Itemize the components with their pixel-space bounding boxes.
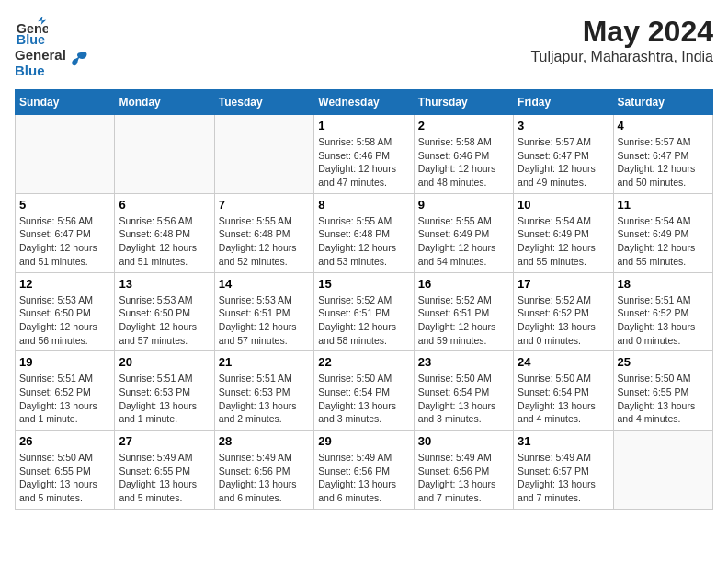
day-cell: 21Sunrise: 5:51 AM Sunset: 6:53 PM Dayli… <box>214 351 313 431</box>
day-info: Sunrise: 5:58 AM Sunset: 6:46 PM Dayligh… <box>418 135 509 190</box>
day-cell: 4Sunrise: 5:57 AM Sunset: 6:47 PM Daylig… <box>613 115 712 194</box>
weekday-header-row: SundayMondayTuesdayWednesdayThursdayFrid… <box>16 90 713 115</box>
logo-icon: General Blue <box>15 15 48 48</box>
day-cell: 6Sunrise: 5:56 AM Sunset: 6:48 PM Daylig… <box>115 193 214 272</box>
day-info: Sunrise: 5:49 AM Sunset: 6:56 PM Dayligh… <box>318 451 409 505</box>
day-number: 29 <box>318 434 409 448</box>
day-number: 14 <box>219 277 310 291</box>
day-number: 8 <box>318 198 409 212</box>
page-header: General Blue General Blue May 2024 Tulja… <box>15 15 713 78</box>
day-number: 10 <box>518 198 609 212</box>
day-info: Sunrise: 5:55 AM Sunset: 6:48 PM Dayligh… <box>318 214 409 269</box>
day-info: Sunrise: 5:49 AM Sunset: 6:57 PM Dayligh… <box>518 451 609 505</box>
weekday-header-wednesday: Wednesday <box>314 90 414 115</box>
day-cell: 1Sunrise: 5:58 AM Sunset: 6:46 PM Daylig… <box>314 115 414 194</box>
day-info: Sunrise: 5:53 AM Sunset: 6:50 PM Dayligh… <box>119 293 210 348</box>
day-info: Sunrise: 5:52 AM Sunset: 6:52 PM Dayligh… <box>518 293 609 348</box>
day-cell: 18Sunrise: 5:51 AM Sunset: 6:52 PM Dayli… <box>613 272 712 351</box>
day-number: 1 <box>318 119 409 132</box>
day-number: 11 <box>618 198 709 212</box>
day-number: 16 <box>418 277 509 291</box>
logo: General Blue General Blue <box>15 15 88 78</box>
day-number: 24 <box>518 355 609 369</box>
day-cell: 17Sunrise: 5:52 AM Sunset: 6:52 PM Dayli… <box>514 272 613 351</box>
day-cell: 13Sunrise: 5:53 AM Sunset: 6:50 PM Dayli… <box>115 272 214 351</box>
day-number: 22 <box>318 355 409 369</box>
day-number: 31 <box>518 434 609 448</box>
day-cell: 23Sunrise: 5:50 AM Sunset: 6:54 PM Dayli… <box>414 351 513 431</box>
day-number: 23 <box>418 355 509 369</box>
day-info: Sunrise: 5:55 AM Sunset: 6:49 PM Dayligh… <box>418 214 509 269</box>
day-number: 3 <box>518 119 609 132</box>
weekday-header-sunday: Sunday <box>16 90 115 115</box>
day-number: 17 <box>518 277 609 291</box>
day-info: Sunrise: 5:54 AM Sunset: 6:49 PM Dayligh… <box>618 214 709 269</box>
week-row-1: 1Sunrise: 5:58 AM Sunset: 6:46 PM Daylig… <box>16 115 713 194</box>
svg-text:Blue: Blue <box>17 32 45 47</box>
day-info: Sunrise: 5:56 AM Sunset: 6:47 PM Dayligh… <box>19 214 110 269</box>
day-cell: 29Sunrise: 5:49 AM Sunset: 6:56 PM Dayli… <box>314 431 414 510</box>
weekday-header-thursday: Thursday <box>414 90 513 115</box>
day-number: 19 <box>19 355 110 369</box>
day-number: 5 <box>19 198 110 212</box>
calendar-table: SundayMondayTuesdayWednesdayThursdayFrid… <box>15 89 713 510</box>
logo-general: General <box>15 48 66 63</box>
day-info: Sunrise: 5:52 AM Sunset: 6:51 PM Dayligh… <box>318 293 409 348</box>
day-cell: 5Sunrise: 5:56 AM Sunset: 6:47 PM Daylig… <box>16 193 115 272</box>
day-info: Sunrise: 5:50 AM Sunset: 6:54 PM Dayligh… <box>418 372 509 426</box>
day-cell: 12Sunrise: 5:53 AM Sunset: 6:50 PM Dayli… <box>16 272 115 351</box>
day-cell <box>214 115 313 194</box>
day-cell: 11Sunrise: 5:54 AM Sunset: 6:49 PM Dayli… <box>613 193 712 272</box>
day-cell: 20Sunrise: 5:51 AM Sunset: 6:53 PM Dayli… <box>115 351 214 431</box>
day-info: Sunrise: 5:49 AM Sunset: 6:55 PM Dayligh… <box>119 451 210 505</box>
day-info: Sunrise: 5:57 AM Sunset: 6:47 PM Dayligh… <box>518 135 609 190</box>
weekday-header-monday: Monday <box>115 90 214 115</box>
day-info: Sunrise: 5:52 AM Sunset: 6:51 PM Dayligh… <box>418 293 509 348</box>
week-row-5: 26Sunrise: 5:50 AM Sunset: 6:55 PM Dayli… <box>16 431 713 510</box>
day-cell <box>16 115 115 194</box>
day-info: Sunrise: 5:50 AM Sunset: 6:54 PM Dayligh… <box>518 372 609 426</box>
day-number: 18 <box>618 277 709 291</box>
day-number: 27 <box>119 434 210 448</box>
day-cell: 7Sunrise: 5:55 AM Sunset: 6:48 PM Daylig… <box>214 193 313 272</box>
day-info: Sunrise: 5:51 AM Sunset: 6:53 PM Dayligh… <box>119 372 210 426</box>
day-info: Sunrise: 5:50 AM Sunset: 6:54 PM Dayligh… <box>318 372 409 426</box>
weekday-header-tuesday: Tuesday <box>214 90 313 115</box>
day-info: Sunrise: 5:53 AM Sunset: 6:50 PM Dayligh… <box>19 293 110 348</box>
day-info: Sunrise: 5:56 AM Sunset: 6:48 PM Dayligh… <box>119 214 210 269</box>
day-number: 21 <box>219 355 310 369</box>
logo-blue: Blue <box>15 63 66 79</box>
day-cell: 30Sunrise: 5:49 AM Sunset: 6:56 PM Dayli… <box>414 431 513 510</box>
day-number: 26 <box>19 434 110 448</box>
day-info: Sunrise: 5:57 AM Sunset: 6:47 PM Dayligh… <box>618 135 709 190</box>
day-info: Sunrise: 5:51 AM Sunset: 6:52 PM Dayligh… <box>618 293 709 348</box>
day-cell: 19Sunrise: 5:51 AM Sunset: 6:52 PM Dayli… <box>16 351 115 431</box>
day-number: 25 <box>618 355 709 369</box>
day-cell: 10Sunrise: 5:54 AM Sunset: 6:49 PM Dayli… <box>514 193 613 272</box>
day-cell: 3Sunrise: 5:57 AM Sunset: 6:47 PM Daylig… <box>514 115 613 194</box>
week-row-2: 5Sunrise: 5:56 AM Sunset: 6:47 PM Daylig… <box>16 193 713 272</box>
day-cell <box>115 115 214 194</box>
weekday-header-saturday: Saturday <box>613 90 712 115</box>
day-cell: 14Sunrise: 5:53 AM Sunset: 6:51 PM Dayli… <box>214 272 313 351</box>
day-number: 15 <box>318 277 409 291</box>
day-cell: 31Sunrise: 5:49 AM Sunset: 6:57 PM Dayli… <box>514 431 613 510</box>
day-number: 4 <box>618 119 709 132</box>
day-number: 7 <box>219 198 310 212</box>
day-number: 9 <box>418 198 509 212</box>
day-cell: 28Sunrise: 5:49 AM Sunset: 6:56 PM Dayli… <box>214 431 313 510</box>
day-cell: 16Sunrise: 5:52 AM Sunset: 6:51 PM Dayli… <box>414 272 513 351</box>
day-number: 13 <box>119 277 210 291</box>
day-number: 2 <box>418 119 509 132</box>
day-info: Sunrise: 5:54 AM Sunset: 6:49 PM Dayligh… <box>518 214 609 269</box>
day-cell: 25Sunrise: 5:50 AM Sunset: 6:55 PM Dayli… <box>613 351 712 431</box>
week-row-3: 12Sunrise: 5:53 AM Sunset: 6:50 PM Dayli… <box>16 272 713 351</box>
location: Tuljapur, Maharashtra, India <box>530 49 713 65</box>
day-number: 12 <box>19 277 110 291</box>
day-cell: 9Sunrise: 5:55 AM Sunset: 6:49 PM Daylig… <box>414 193 513 272</box>
day-info: Sunrise: 5:51 AM Sunset: 6:52 PM Dayligh… <box>19 372 110 426</box>
weekday-header-friday: Friday <box>514 90 613 115</box>
day-info: Sunrise: 5:51 AM Sunset: 6:53 PM Dayligh… <box>219 372 310 426</box>
day-number: 20 <box>119 355 210 369</box>
day-info: Sunrise: 5:58 AM Sunset: 6:46 PM Dayligh… <box>318 135 409 190</box>
